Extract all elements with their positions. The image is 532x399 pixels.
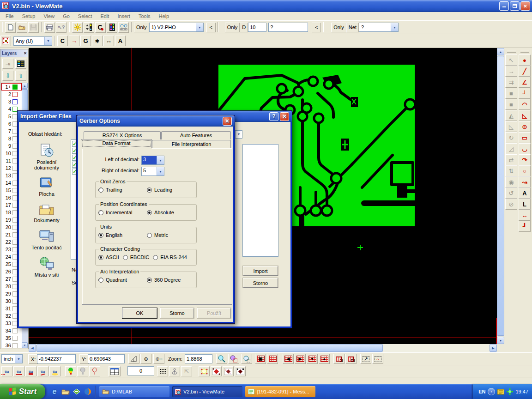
tray-notes-icon[interactable] xyxy=(497,389,504,395)
move-layer-down-button[interactable]: ⇩ xyxy=(2,71,13,81)
vertical-scrollbar[interactable]: ▲ ▼ xyxy=(497,48,504,344)
draw-tool-button[interactable]: ● xyxy=(519,54,531,66)
draw-tool-button[interactable]: ↝ xyxy=(519,176,531,187)
view-pads-icon[interactable]: ∞ xyxy=(25,366,36,376)
draw-tool-button[interactable]: A xyxy=(519,187,531,199)
layer-color-swatch[interactable] xyxy=(12,181,18,186)
pan-right-icon[interactable]: ▶ xyxy=(295,354,306,364)
layer-row[interactable]: 3 xyxy=(1,98,22,105)
selection-count-field[interactable]: 0 xyxy=(127,366,154,375)
draw-tool-button[interactable]: ╱ xyxy=(519,66,531,77)
radio-option[interactable]: Trailing xyxy=(98,187,136,193)
move-layer-up-button[interactable]: ⇧ xyxy=(15,71,26,81)
filter-type-button[interactable]: C xyxy=(57,36,68,46)
cancel-button[interactable]: Storno xyxy=(160,308,194,318)
pan-left-icon[interactable]: ◀ xyxy=(283,354,294,364)
radio-option[interactable]: Quadrant xyxy=(98,277,136,283)
edit-tool-button[interactable]: ↖ xyxy=(505,54,517,66)
edit-tool-button[interactable]: ■ xyxy=(505,99,517,110)
taskbar-task-viewmate[interactable]: V2.bin - ViewMate xyxy=(172,386,242,397)
horizontal-scrollbar[interactable]: ◀ ▶ xyxy=(29,344,497,352)
view-previous-icon[interactable] xyxy=(333,354,345,364)
view-filled-icon[interactable]: ∞ xyxy=(49,366,60,376)
radio-option[interactable]: Absolute xyxy=(147,210,184,215)
layer-color-swatch[interactable] xyxy=(12,151,18,156)
layer-row[interactable]: 36 xyxy=(1,342,22,348)
view-outlines-icon[interactable]: ∞ xyxy=(37,366,48,376)
place-network[interactable]: Místa v síti xyxy=(24,257,69,278)
edit-tool-button[interactable]: ↺ xyxy=(505,187,517,199)
layer-row[interactable]: 34 xyxy=(1,327,22,334)
draw-tool-button[interactable]: ┘ xyxy=(519,88,531,99)
layer-color-swatch[interactable] xyxy=(12,144,18,149)
chevron-down-icon[interactable]: ▼ xyxy=(15,355,22,363)
close-icon[interactable]: ✕ xyxy=(223,117,232,126)
place-desktop[interactable]: Plocha xyxy=(24,177,69,197)
draw-tool-button[interactable]: ▭ xyxy=(519,132,531,143)
layer-color-swatch[interactable] xyxy=(12,240,18,245)
pin-marker-icon[interactable] xyxy=(89,366,100,376)
menu-item[interactable]: Select xyxy=(74,12,96,20)
palette-handle[interactable] xyxy=(520,50,529,53)
layer-color-swatch[interactable] xyxy=(12,247,18,252)
cancel-button[interactable]: Storno xyxy=(243,278,278,288)
edit-tool-button[interactable]: ◭ xyxy=(505,110,517,121)
layer-color-swatch[interactable] xyxy=(12,99,18,104)
hide-icons-icon[interactable]: ‹ xyxy=(488,388,495,395)
snap-mode-icon[interactable]: ⇱ xyxy=(181,366,192,376)
clock[interactable]: 19:47 xyxy=(515,389,528,394)
open-file-button[interactable] xyxy=(17,22,27,33)
radio-option[interactable]: EBCDIC xyxy=(123,254,150,260)
draw-tool-button[interactable]: ◺ xyxy=(519,110,531,121)
tab-data-format[interactable]: Data Format xyxy=(81,139,152,148)
edit-tool-button[interactable]: ⊘ xyxy=(505,199,517,210)
chevron-down-icon[interactable]: ▼ xyxy=(391,23,398,31)
zoom-window-icon[interactable] xyxy=(241,354,252,364)
save-file-button[interactable] xyxy=(28,22,39,33)
layer-color-swatch[interactable] xyxy=(12,195,18,200)
start-button[interactable]: Start xyxy=(0,384,45,399)
draw-tool-button[interactable]: ∠ xyxy=(519,77,531,88)
draw-tool-button[interactable]: ⊙ xyxy=(519,121,531,132)
layer-color-swatch[interactable] xyxy=(12,114,18,119)
tray-agent-icon[interactable] xyxy=(507,388,513,395)
menu-item[interactable]: Help xyxy=(155,12,173,20)
protractor-icon[interactable] xyxy=(128,354,139,364)
edit-tool-button[interactable]: ⇄ xyxy=(505,154,517,165)
pin-column-button[interactable] xyxy=(84,22,94,33)
radio-option[interactable]: Leading xyxy=(147,187,184,193)
draw-tool-button[interactable]: ◡ xyxy=(519,143,531,154)
selected-files-list[interactable] xyxy=(242,144,278,257)
chevron-down-icon[interactable]: ▼ xyxy=(157,167,164,175)
draw-tool-button[interactable]: ↔ xyxy=(519,210,531,221)
layer-table-button[interactable] xyxy=(15,59,26,69)
place-computer[interactable]: Tento počítač xyxy=(24,230,69,250)
layer-color-swatch[interactable] xyxy=(12,299,18,304)
edit-tool-button[interactable]: ⇉ xyxy=(505,77,517,88)
dcode-input[interactable]: 10 xyxy=(248,23,266,32)
grid-dots-icon[interactable] xyxy=(157,366,168,376)
layer-color-swatch[interactable] xyxy=(12,321,18,326)
flash-select-icon[interactable] xyxy=(199,366,210,376)
menu-item[interactable]: File xyxy=(2,12,18,20)
quicklaunch-firefox-icon[interactable] xyxy=(83,387,92,396)
chevron-down-icon[interactable]: ▼ xyxy=(157,156,164,164)
layer-color-swatch[interactable] xyxy=(12,232,18,237)
layer-color-swatch[interactable] xyxy=(12,314,18,319)
scroll-up-icon[interactable]: ▲ xyxy=(22,83,28,89)
layer-color-swatch[interactable] xyxy=(12,328,18,333)
y-coordinate-field[interactable]: 0.690643 xyxy=(88,354,125,363)
view-dcodes-icon[interactable]: ∞••• xyxy=(1,366,12,376)
quicklaunch-ie-icon[interactable]: e xyxy=(50,387,59,396)
zoom-selection-icon[interactable] xyxy=(228,354,239,364)
tab-rs274x[interactable]: RS274-X Options xyxy=(84,131,161,139)
edit-tool-button[interactable]: ■ xyxy=(505,88,517,99)
view-traces-icon[interactable]: ∞ xyxy=(13,366,24,376)
layer-row[interactable]: 1+ xyxy=(1,83,22,91)
layer-color-swatch[interactable] xyxy=(12,218,18,223)
layer-color-swatch[interactable] xyxy=(12,188,18,193)
layer-color-swatch[interactable] xyxy=(12,173,18,178)
layer-row[interactable]: 35 xyxy=(1,334,22,342)
net-select-combo[interactable]: ? ▼ xyxy=(359,23,399,32)
layer-color-swatch[interactable] xyxy=(12,336,18,341)
